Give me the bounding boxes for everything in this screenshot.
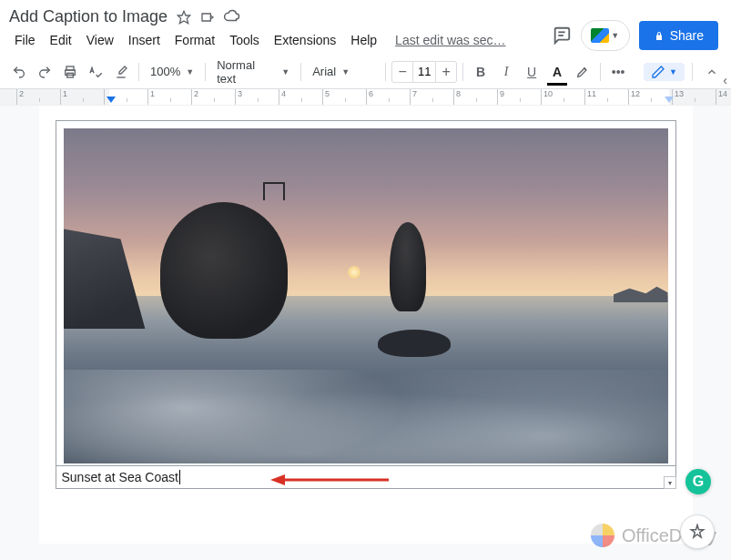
- separator: [205, 63, 206, 81]
- image-rock-small: [390, 222, 426, 311]
- share-label: Share: [670, 28, 704, 43]
- ruler-tick: 8: [453, 89, 497, 105]
- print-button[interactable]: [58, 60, 82, 84]
- style-value: Normal text: [217, 58, 276, 86]
- chevron-down-icon: ▾: [668, 479, 672, 487]
- zoom-value: 100%: [150, 65, 180, 78]
- star-icon[interactable]: [177, 8, 191, 25]
- grammarly-glyph: G: [693, 473, 704, 490]
- italic-button[interactable]: I: [494, 60, 518, 84]
- ruler-tick: 13: [672, 89, 716, 105]
- underline-button[interactable]: U: [520, 60, 543, 84]
- font-size-control: − 11 +: [391, 61, 457, 83]
- ruler-tick: 2: [191, 89, 235, 105]
- hide-menus-button[interactable]: [700, 60, 724, 84]
- toolbar: 100% ▼ Normal text ▼ Arial ▼ − 11 + B I …: [0, 55, 731, 89]
- image-sun: [348, 266, 360, 279]
- ruler-tick: 2: [16, 89, 60, 105]
- bold-button[interactable]: B: [469, 60, 492, 84]
- header-right-tools: ▼ Share: [552, 20, 718, 51]
- caret-down-icon: ▼: [186, 67, 194, 76]
- move-icon[interactable]: [200, 8, 215, 25]
- ruler-tick: 6: [366, 89, 410, 105]
- inserted-image[interactable]: [64, 128, 668, 463]
- image-table-cell[interactable]: [56, 120, 676, 466]
- editing-mode-button[interactable]: ▼: [644, 63, 685, 81]
- page: Sunset at Sea Coast ▾: [39, 106, 693, 544]
- image-torii: [263, 182, 285, 200]
- toolbar-right: ▼: [644, 60, 724, 84]
- menu-view[interactable]: View: [79, 30, 121, 50]
- image-fg-rock: [378, 330, 451, 357]
- grammarly-badge[interactable]: G: [685, 469, 711, 494]
- cloud-status-icon[interactable]: [224, 8, 240, 25]
- menu-edit[interactable]: Edit: [43, 30, 79, 50]
- ruler-tick: 3: [235, 89, 279, 105]
- redo-button[interactable]: [33, 60, 56, 84]
- caption-cell[interactable]: Sunset at Sea Coast ▾: [56, 466, 676, 489]
- svg-marker-7: [270, 474, 285, 485]
- lock-icon: [654, 29, 665, 42]
- left-indent-marker[interactable]: [107, 97, 116, 103]
- ruler-tick: 4: [279, 89, 322, 105]
- ruler-tick: 11: [584, 89, 628, 105]
- svg-marker-0: [178, 11, 189, 23]
- last-edit-link[interactable]: Last edit was sec…: [395, 33, 505, 47]
- paragraph-style-select[interactable]: Normal text ▼: [211, 60, 295, 84]
- undo-button[interactable]: [7, 60, 31, 84]
- annotation-arrow: [270, 473, 389, 486]
- horizontal-ruler[interactable]: 2 1 1 2 3 4 5 6 7 8 9 10 11 12 13 14 15: [0, 89, 731, 106]
- caption-text[interactable]: Sunset at Sea Coast: [62, 470, 180, 484]
- separator: [692, 63, 693, 81]
- separator: [462, 63, 463, 81]
- right-indent-marker[interactable]: [665, 97, 674, 103]
- comment-history-icon[interactable]: [552, 25, 572, 46]
- zoom-select[interactable]: 100% ▼: [145, 60, 199, 84]
- table-cell-handle[interactable]: ▾: [664, 476, 676, 489]
- paint-format-button[interactable]: [109, 60, 133, 84]
- ruler-tick: 1: [147, 89, 191, 105]
- caret-down-icon: ▼: [341, 67, 350, 76]
- menu-format[interactable]: Format: [168, 30, 222, 50]
- ruler-tick: 10: [541, 89, 584, 105]
- ruler-tick: 1: [60, 89, 104, 105]
- spellcheck-button[interactable]: [84, 60, 107, 84]
- separator: [300, 63, 301, 81]
- font-select[interactable]: Arial ▼: [307, 60, 380, 84]
- document-title[interactable]: Add Caption to Image: [9, 7, 168, 26]
- font-size-increase[interactable]: +: [436, 64, 456, 80]
- font-value: Arial: [312, 65, 336, 78]
- image-foam: [64, 370, 668, 463]
- more-button[interactable]: •••: [606, 60, 630, 84]
- menu-file[interactable]: File: [7, 30, 43, 50]
- ruler-tick: 14: [716, 89, 731, 105]
- separator: [600, 63, 601, 81]
- menu-help[interactable]: Help: [343, 30, 384, 50]
- text-color-button[interactable]: A: [545, 60, 569, 84]
- highlight-color-button[interactable]: [571, 60, 594, 84]
- side-panel-toggle[interactable]: ‹: [723, 73, 727, 87]
- font-size-value[interactable]: 11: [412, 62, 436, 82]
- caret-down-icon: ▼: [281, 67, 289, 76]
- image-rock-large: [160, 202, 288, 339]
- menu-extensions[interactable]: Extensions: [267, 30, 343, 50]
- ruler-tick: 5: [322, 89, 366, 105]
- ruler-tick: 7: [410, 89, 453, 105]
- ruler-tick: 9: [497, 89, 541, 105]
- separator: [138, 63, 139, 81]
- meet-icon: [591, 28, 609, 43]
- menu-tools[interactable]: Tools: [222, 30, 267, 50]
- font-size-decrease[interactable]: −: [392, 64, 412, 80]
- menu-insert[interactable]: Insert: [121, 30, 168, 50]
- document-area[interactable]: Sunset at Sea Coast ▾: [0, 106, 731, 560]
- explore-button[interactable]: [680, 514, 715, 549]
- meet-button[interactable]: ▼: [581, 20, 630, 51]
- watermark-logo: [591, 524, 614, 547]
- caret-down-icon: ▼: [669, 67, 677, 76]
- share-button[interactable]: Share: [639, 21, 718, 50]
- separator: [385, 63, 386, 81]
- caret-down-icon: ▼: [611, 31, 619, 40]
